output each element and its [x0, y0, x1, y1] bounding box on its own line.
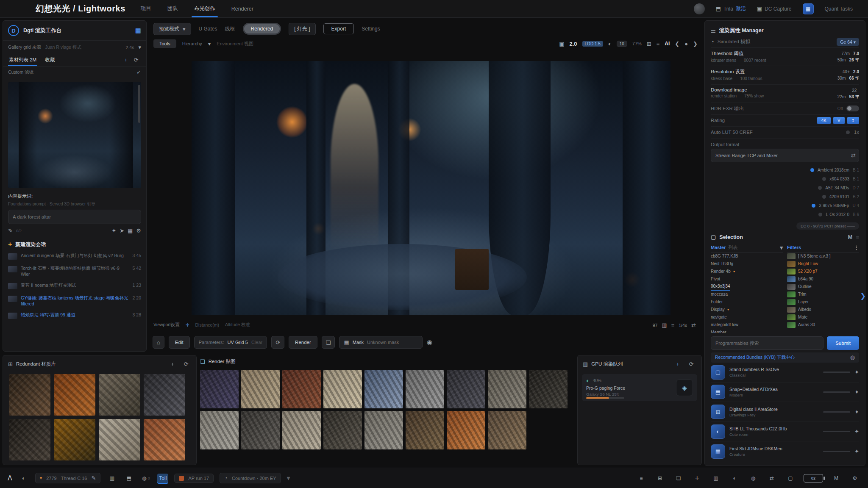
- master-item[interactable]: Pivot: [711, 275, 783, 283]
- edit-button[interactable]: Edit: [169, 336, 190, 349]
- history-item[interactable]: 蜡烛祭坛 特写-置前 99 通道 3 28: [3, 309, 146, 322]
- checkbox[interactable]: [810, 168, 814, 172]
- master-item[interactable]: cb8G 777.KJB: [711, 252, 783, 260]
- material-swatch[interactable]: [54, 419, 95, 460]
- rating-4k-button[interactable]: 4K: [817, 117, 831, 124]
- lut-dot[interactable]: [846, 130, 850, 134]
- countdown-chip[interactable]: ◔ Countdown · 20m EY: [220, 473, 281, 483]
- filter-item[interactable]: 52 X20 p7: [787, 268, 859, 275]
- magic-icon[interactable]: ✦: [111, 227, 116, 234]
- settings-icon[interactable]: ⚙: [849, 474, 860, 483]
- chevron-down-icon[interactable]: ▾: [138, 44, 141, 50]
- material-swatch[interactable]: [9, 419, 50, 460]
- refresh-materials-icon[interactable]: ⟳: [181, 359, 191, 369]
- add-material-icon[interactable]: +: [167, 359, 178, 369]
- frame-count[interactable]: 10: [617, 41, 627, 47]
- image-icon[interactable]: ▦: [128, 227, 133, 234]
- tools-tab[interactable]: Tools: [153, 39, 176, 48]
- pie-icon[interactable]: ◐: [729, 474, 740, 483]
- filter-item[interactable]: [ N3 Stone a.v.3 ]: [787, 252, 859, 260]
- lod-chip[interactable]: LOD 1.5: [582, 41, 603, 47]
- io-icon[interactable]: ▢: [785, 474, 796, 483]
- kebab-icon[interactable]: ⋮: [854, 244, 859, 251]
- mask-field[interactable]: ▦ Mask: [339, 336, 423, 349]
- collapse-panel-icon[interactable]: ▦: [135, 27, 141, 34]
- checkbox[interactable]: [818, 213, 822, 216]
- texture-swatch[interactable]: [323, 411, 362, 449]
- app-store-icon[interactable]: ▦: [803, 3, 814, 14]
- ai-button[interactable]: AI: [665, 41, 670, 47]
- expand-icon[interactable]: ⇄: [691, 322, 696, 328]
- minimize-icon[interactable]: M: [831, 474, 842, 483]
- m-button[interactable]: M: [848, 234, 853, 240]
- cube-icon[interactable]: ⬒: [123, 474, 134, 483]
- slider-handle[interactable]: ●: [684, 41, 688, 47]
- filter-item[interactable]: Auras 30: [787, 321, 859, 329]
- tab-assets[interactable]: 素材列表 2M: [8, 54, 37, 66]
- ap-run-chip[interactable]: AP run 17: [174, 474, 214, 483]
- render-viewport[interactable]: [192, 61, 670, 315]
- hdr-toggle[interactable]: [846, 105, 859, 111]
- mic-icon[interactable]: ◍: [748, 474, 759, 483]
- texture-swatch[interactable]: [447, 411, 485, 449]
- task-card[interactable]: ◐ 40% Pro-G paging Force Galaxy S6 NL 25…: [582, 374, 697, 401]
- history-item[interactable]: Torch-lit 石室 · 藤蔓缠绕的哥特拱廊 细节增强 v6-9 Wier …: [3, 263, 146, 280]
- texture-swatch[interactable]: [406, 411, 444, 449]
- texture-swatch[interactable]: [282, 370, 321, 408]
- menu-item-renderer[interactable]: Renderer: [231, 4, 254, 14]
- settings-menu[interactable]: Settings: [362, 26, 380, 32]
- home-button[interactable]: ⌂: [153, 336, 164, 349]
- check-row[interactable]: Ambient 2018cmB 1: [711, 166, 859, 175]
- bundle-card[interactable]: ▦ First Sld JDMsue DSKMenCreature ✦: [711, 441, 859, 461]
- filter-item[interactable]: Mate: [787, 313, 859, 321]
- render-mode-toggle[interactable]: Rendered: [243, 23, 281, 35]
- filter-item[interactable]: Layer: [787, 298, 859, 306]
- material-swatch[interactable]: [144, 419, 185, 460]
- filter-item[interactable]: Albedo: [787, 306, 859, 313]
- checkbox[interactable]: [818, 186, 822, 190]
- history-item[interactable]: GY链接: 藤蔓石柱 lanterns 场景打光 stage 与暖色补光 fil…: [3, 292, 146, 309]
- checker-icon[interactable]: ⊞: [647, 41, 651, 47]
- history-item[interactable]: 青苔 II noema 地牢灯光测试 1 23: [3, 280, 146, 292]
- texture-swatch[interactable]: [323, 370, 362, 408]
- tif-icon[interactable]: ⊞: [654, 474, 665, 483]
- submit-button[interactable]: Submit: [827, 336, 859, 350]
- tasks-link[interactable]: Quant Tasks: [825, 6, 853, 12]
- master-item[interactable]: navigate: [711, 313, 783, 321]
- rating-v-button[interactable]: V: [833, 117, 845, 124]
- checkbox[interactable]: [822, 177, 826, 181]
- master-item[interactable]: Nest Th3Dg: [711, 260, 783, 268]
- swap-icon[interactable]: ⇄: [851, 152, 856, 158]
- bell-icon[interactable]: ◍ 0: [140, 474, 151, 483]
- master-item[interactable]: moccasa: [711, 291, 783, 298]
- thumbnail-scrollbar[interactable]: [138, 85, 140, 123]
- texture-swatch[interactable]: [241, 411, 280, 449]
- check-row[interactable]: 4209 9101B 2: [711, 192, 859, 201]
- checkbox[interactable]: [812, 204, 815, 208]
- render-button[interactable]: Render: [289, 336, 317, 349]
- plugin-status[interactable]: ⬒ Trila 激活: [716, 5, 746, 12]
- asset-search-input[interactable]: [711, 336, 823, 350]
- material-swatch[interactable]: [54, 374, 95, 416]
- check-row[interactable]: x604 0303B 1: [711, 175, 859, 183]
- refresh-button[interactable]: ⟳: [271, 336, 284, 349]
- filter-item[interactable]: Bright Low: [787, 260, 859, 268]
- add-task-icon[interactable]: +: [673, 359, 683, 369]
- menu-icon[interactable]: ≡: [671, 322, 675, 328]
- link-icon[interactable]: ⇄: [766, 474, 777, 483]
- checkbox[interactable]: [822, 195, 826, 199]
- history-item[interactable]: Ancient dungeon 场景-石拱门与吊灯 幻想风 v2 Burg 3 …: [3, 250, 146, 263]
- texture-swatch[interactable]: [529, 370, 568, 408]
- master-item[interactable]: Display●: [711, 306, 783, 313]
- texture-swatch[interactable]: [488, 370, 526, 408]
- check-row[interactable]: A5E 34 MDsD 7: [711, 183, 859, 192]
- master-item[interactable]: mategoddf low: [711, 321, 783, 329]
- texture-swatch[interactable]: [200, 411, 239, 449]
- clip-icon[interactable]: ❏: [673, 474, 684, 483]
- check-row[interactable]: L-Os 2012-0B 6: [711, 210, 859, 219]
- material-swatch[interactable]: [99, 374, 140, 416]
- tab-favorites[interactable]: 收藏: [44, 54, 56, 66]
- camera-icon[interactable]: ▣: [559, 41, 564, 47]
- rating-up-button[interactable]: ↥: [847, 117, 859, 124]
- texture-swatch[interactable]: [488, 411, 526, 449]
